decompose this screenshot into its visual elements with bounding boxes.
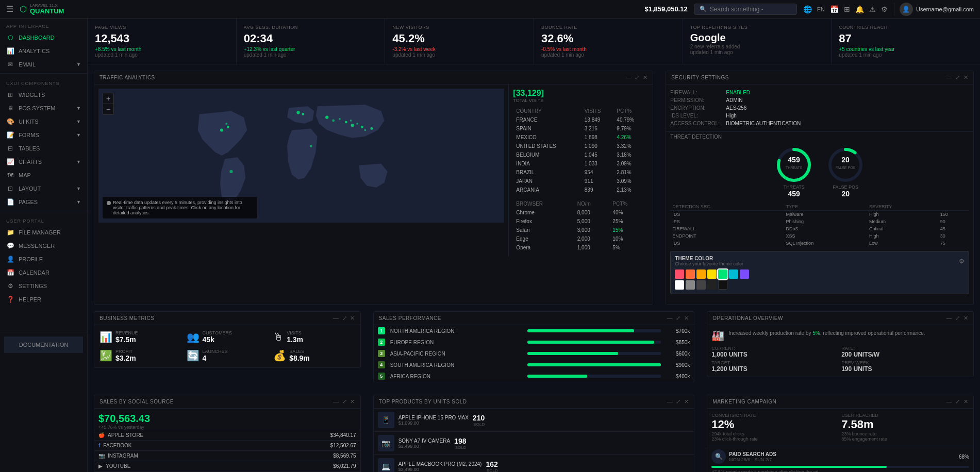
sidebar-item-layout[interactable]: ⊡ LAYOUT ▼ — [0, 182, 87, 195]
hamburger-icon[interactable]: ☰ — [6, 4, 13, 14]
visits-icon: 🖱 — [273, 331, 284, 343]
sales-rows: 1 NORTH AMERICA REGION $700k 2 EUROPE RE… — [374, 325, 694, 382]
color-pink[interactable] — [675, 269, 684, 279]
charts-arrow: ▼ — [76, 159, 81, 164]
security-expand[interactable]: ⤢ — [955, 74, 960, 81]
forms-arrow: ▼ — [76, 132, 81, 138]
email-icon: ✉ — [6, 61, 14, 68]
social-apple: 🍎 APPLE STORE $34,840.17 — [94, 430, 360, 440]
map-icon: 🗺 — [6, 172, 14, 179]
search-box[interactable]: 🔍 — [694, 4, 797, 15]
sidebar-item-pos[interactable]: 🖥 POS SYSTEM ▼ — [0, 102, 87, 115]
mkt-expand[interactable]: ⤢ — [955, 398, 960, 405]
color-amber[interactable] — [696, 269, 706, 279]
biz-collapse[interactable]: — — [333, 315, 339, 322]
grid-icon[interactable]: ⊞ — [844, 5, 850, 13]
ops-current: CURRENT: 1,000 UNITS — [711, 346, 839, 358]
svg-text:20: 20 — [841, 156, 850, 164]
mkt-collapse[interactable]: — — [946, 398, 953, 405]
color-green[interactable] — [718, 269, 727, 279]
avgsess-label: AVG SESS. DURATION — [244, 25, 378, 30]
product-rows: 📱 APPLE IPHONE 15 PRO MAX $1,099.00 210 … — [374, 409, 694, 472]
security-collapse[interactable]: — — [946, 74, 953, 81]
social-collapse[interactable]: — — [333, 398, 339, 405]
topnav: ☰ ⬡ LARAVEL 11.X QUANTUM $1,859,050.12 🔍… — [0, 0, 980, 19]
docs-button[interactable]: DOCUMENTATION — [4, 336, 83, 353]
biz-close[interactable]: ✕ — [350, 315, 355, 322]
collapse-icon[interactable]: — — [626, 74, 632, 81]
tables-icon: ⊟ — [6, 145, 14, 152]
zoom-in[interactable]: + — [103, 93, 113, 104]
ops-metrics-grid: CURRENT: 1,000 UNITS RATE: 200 UNITS/W T… — [707, 346, 973, 377]
color-black[interactable] — [718, 280, 727, 290]
sidebar-item-email[interactable]: ✉ EMAIL ▼ — [0, 58, 87, 71]
color-white[interactable] — [675, 280, 684, 290]
sidebar-item-dashboard[interactable]: ⬡ DASHBOARD — [0, 31, 87, 44]
sidebar-item-calendar[interactable]: 📅 CALENDAR — [0, 266, 87, 279]
expand-icon[interactable]: ⤢ — [635, 74, 640, 81]
ops-close[interactable]: ✕ — [964, 315, 969, 322]
color-cyan[interactable] — [729, 269, 738, 279]
helper-icon: ❓ — [6, 296, 14, 303]
bell-icon[interactable]: 🔔 — [855, 5, 864, 13]
threat-circles-row: 459 THREATS THREATS 459 20 — [666, 142, 973, 203]
settings-icon[interactable]: ⚙ — [881, 5, 888, 13]
sidebar-item-pages[interactable]: 📄 PAGES ▼ — [0, 195, 87, 209]
ops-collapse[interactable]: — — [946, 315, 953, 322]
sidebar-item-charts[interactable]: 📈 CHARTS ▼ — [0, 155, 87, 168]
sidebar-item-helper[interactable]: ❓ HELPER — [0, 293, 87, 306]
color-orange[interactable] — [686, 269, 695, 279]
alert-icon[interactable]: ⚠ — [869, 5, 876, 13]
prod-expand[interactable]: ⤢ — [676, 398, 681, 405]
color-gray[interactable] — [686, 280, 695, 290]
color-purple[interactable] — [740, 269, 749, 279]
globe-icon[interactable]: 🌐 — [803, 5, 812, 13]
sales-row-3: 3 ASIA-PACIFIC REGION $600k — [374, 348, 694, 359]
newvisitors-label: NEW VISITORS — [392, 25, 526, 30]
calendar-icon[interactable]: 📅 — [830, 5, 839, 13]
sidebar-label-email: EMAIL — [19, 61, 36, 68]
social-expand[interactable]: ⤢ — [342, 398, 347, 405]
metric-launches: 🔄 LAUNCHES 4 — [187, 349, 269, 362]
zoom-out[interactable]: − — [103, 104, 113, 114]
product-sony: 📷 SONY A7 IV CAMERA $2,499.00 198 SOLD — [374, 432, 694, 455]
sidebar-item-analytics[interactable]: 📊 ANALYTICS — [0, 44, 87, 58]
products-panel: TOP PRODUCTS BY UNITS SOLD — ⤢ ✕ 📱 APPLE… — [373, 395, 695, 472]
sidebar-item-tables[interactable]: ⊟ TABLES — [0, 142, 87, 155]
color-yellow[interactable] — [707, 269, 717, 279]
ops-expand[interactable]: ⤢ — [955, 315, 960, 322]
sidebar-item-widgets[interactable]: ⊞ WIDGETS — [0, 88, 87, 102]
close-icon[interactable]: ✕ — [643, 74, 648, 81]
messenger-icon: 💬 — [6, 242, 14, 249]
sidebar-item-settings[interactable]: ⚙ SETTINGS — [0, 279, 87, 293]
user-reached: USER REACHED 7.58m 23% bounce rate 85% e… — [841, 413, 969, 442]
user-info[interactable]: 👤 Username@gmail.com — [894, 3, 974, 16]
sales-collapse[interactable]: — — [667, 315, 673, 322]
color-dark-gray[interactable] — [696, 280, 706, 290]
theme-gear-icon[interactable]: ⚙ — [959, 258, 965, 265]
sales-row-2: 2 EUROPE REGION $850k — [374, 336, 694, 348]
prod-close[interactable]: ✕ — [684, 398, 689, 405]
biz-expand[interactable]: ⤢ — [342, 315, 347, 322]
marketing-panel: MARKETING CAMPAIGN — ⤢ ✕ CONVERSION RATE… — [707, 395, 974, 472]
sidebar-label-widgets: WIDGETS — [19, 92, 45, 98]
sidebar-item-filemanager[interactable]: 📁 FILE MANAGER — [0, 226, 87, 239]
security-close[interactable]: ✕ — [964, 74, 969, 81]
sidebar-item-messenger[interactable]: 💬 MESSENGER — [0, 239, 87, 252]
countries-value: 87 — [839, 32, 973, 45]
sidebar-item-uikits[interactable]: 🎨 UI KITS ▼ — [0, 115, 87, 128]
svg-point-21 — [830, 149, 861, 180]
sales-expand[interactable]: ⤢ — [676, 315, 681, 322]
mkt-close[interactable]: ✕ — [964, 398, 969, 405]
ops-rate: RATE: 200 UNITS/W — [841, 346, 969, 358]
prod-collapse[interactable]: — — [667, 398, 673, 405]
iphone-details: APPLE IPHONE 15 PRO MAX $1,099.00 — [398, 415, 469, 426]
sidebar-item-map[interactable]: 🗺 MAP — [0, 168, 87, 182]
ops-title: OPERATIONAL OVERVIEW — [712, 315, 783, 321]
sidebar-item-profile[interactable]: 👤 PROFILE — [0, 252, 87, 266]
social-close[interactable]: ✕ — [350, 398, 355, 405]
search-input[interactable] — [710, 6, 782, 13]
color-dark[interactable] — [707, 280, 717, 290]
sidebar-item-forms[interactable]: 📝 FORMS ▼ — [0, 128, 87, 142]
sales-close[interactable]: ✕ — [684, 315, 689, 322]
